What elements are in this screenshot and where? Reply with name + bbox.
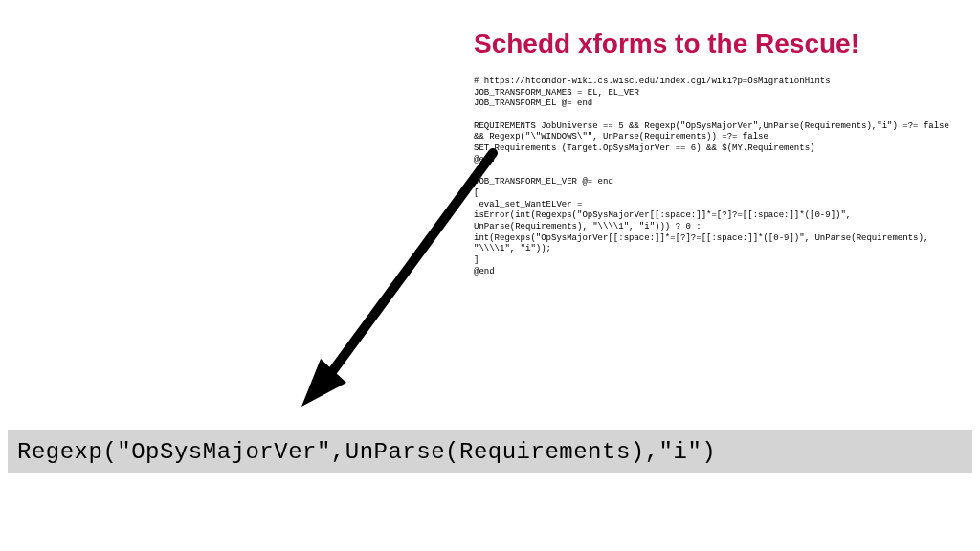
slide-title: Schedd xforms to the Rescue!: [474, 29, 859, 59]
svg-line-0: [321, 153, 493, 387]
highlighted-expression: Regexp("OpSysMajorVer",UnParse(Requireme…: [8, 430, 972, 473]
svg-marker-1: [301, 359, 346, 407]
config-code-block: # https://htcondor-wiki.cs.wisc.edu/inde…: [474, 77, 952, 277]
